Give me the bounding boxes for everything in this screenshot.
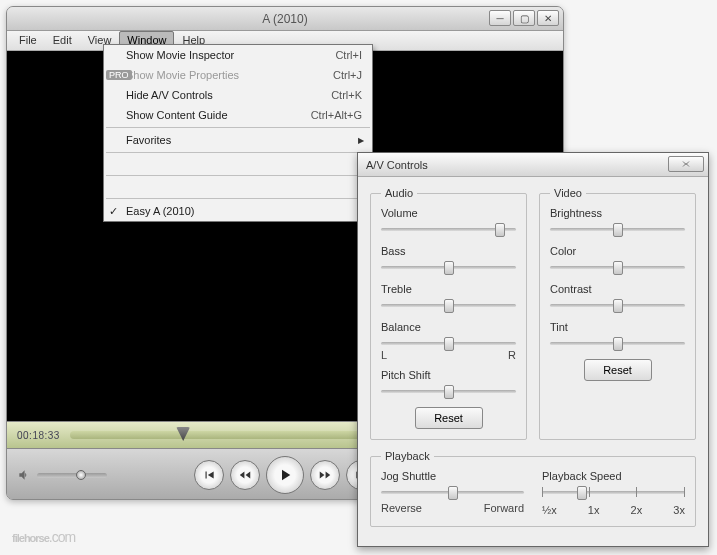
menu-hide-av-controls[interactable]: Hide A/V Controls Ctrl+K (104, 85, 372, 105)
speed-tick: 3x (673, 504, 685, 516)
menu-checked-movie[interactable]: Easy A (2010) (104, 201, 372, 221)
titlebar: A (2010) ─ ▢ ✕ (7, 7, 563, 31)
slider-label: Bass (381, 245, 516, 257)
timeline-thumb[interactable] (176, 427, 190, 441)
slider-label: Brightness (550, 207, 685, 219)
jog-forward-label: Forward (484, 502, 524, 514)
timecode: 00:18:33 (17, 430, 60, 441)
slider-knob[interactable] (613, 299, 623, 313)
slider-label: Tint (550, 321, 685, 333)
menu-item-label: Hide A/V Controls (126, 89, 213, 101)
slider-label: Volume (381, 207, 516, 219)
jog-label: Jog Shuttle (381, 470, 524, 482)
jog-knob[interactable] (448, 486, 458, 500)
volume-slider[interactable] (381, 221, 516, 237)
slider-knob[interactable] (613, 223, 623, 237)
jog-reverse-label: Reverse (381, 502, 422, 514)
slider-knob[interactable] (495, 223, 505, 237)
menu-item-shortcut: Ctrl+J (333, 69, 362, 81)
brightness-slider[interactable] (550, 221, 685, 237)
speed-label: Playback Speed (542, 470, 685, 482)
av-close-button[interactable] (668, 156, 704, 172)
slider-knob[interactable] (613, 337, 623, 351)
speed-tick: 2x (631, 504, 643, 516)
watermark-brand: filehorse (12, 532, 49, 544)
pitch-shift-slider[interactable] (381, 383, 516, 399)
volume-thumb[interactable] (76, 470, 86, 480)
fast-forward-button[interactable] (310, 460, 340, 490)
treble-slider[interactable] (381, 297, 516, 313)
bass-slider[interactable] (381, 259, 516, 275)
rewind-button[interactable] (230, 460, 260, 490)
volume-slider[interactable] (37, 473, 107, 478)
menu-show-movie-properties: PRO Show Movie Properties Ctrl+J (104, 65, 372, 85)
video-reset-button[interactable]: Reset (584, 359, 652, 381)
color-slider[interactable] (550, 259, 685, 275)
menu-show-movie-inspector[interactable]: Show Movie Inspector Ctrl+I (104, 45, 372, 65)
watermark-tld: .com (49, 529, 75, 545)
speed-tick: ½x (542, 504, 557, 516)
minimize-button[interactable]: ─ (489, 10, 511, 26)
menu-item-shortcut: Ctrl+K (331, 89, 362, 101)
window-title: A (2010) (262, 12, 307, 26)
menu-blank (104, 155, 372, 173)
pro-badge: PRO (106, 70, 132, 80)
slider-label: Treble (381, 283, 516, 295)
slider-label: Pitch Shift (381, 369, 516, 381)
maximize-button[interactable]: ▢ (513, 10, 535, 26)
audio-reset-button[interactable]: Reset (415, 407, 483, 429)
av-title-text: A/V Controls (366, 159, 428, 171)
watermark: filehorse.com (12, 518, 75, 549)
menu-item-label: Show Movie Properties (126, 69, 239, 81)
slider-knob[interactable] (613, 261, 623, 275)
speed-knob[interactable] (577, 486, 587, 500)
menu-blank (104, 178, 372, 196)
menu-item-shortcut: Ctrl+Alt+G (311, 109, 362, 121)
menu-edit[interactable]: Edit (45, 31, 80, 50)
contrast-slider[interactable] (550, 297, 685, 313)
audio-group: Audio VolumeBassTrebleBalanceLRPitch Shi… (370, 187, 527, 440)
skip-back-button[interactable] (194, 460, 224, 490)
slider-knob[interactable] (444, 337, 454, 351)
av-controls-window: A/V Controls Audio VolumeBassTrebleBalan… (357, 152, 709, 547)
slider-knob[interactable] (444, 385, 454, 399)
video-legend: Video (550, 187, 586, 199)
audio-legend: Audio (381, 187, 417, 199)
menu-show-content-guide[interactable]: Show Content Guide Ctrl+Alt+G (104, 105, 372, 125)
menu-item-label: Favorites (126, 134, 171, 146)
menu-file[interactable]: File (11, 31, 45, 50)
av-titlebar: A/V Controls (358, 153, 708, 177)
balance-slider[interactable] (381, 335, 516, 351)
slider-label: Contrast (550, 283, 685, 295)
slider-knob[interactable] (444, 299, 454, 313)
slider-label: Balance (381, 321, 516, 333)
menu-item-shortcut: Ctrl+I (335, 49, 362, 61)
video-group: Video BrightnessColorContrastTint Reset (539, 187, 696, 440)
transport-controls (194, 456, 376, 494)
playback-legend: Playback (381, 450, 434, 462)
menu-item-label: Easy A (2010) (126, 205, 195, 217)
volume-icon[interactable] (17, 468, 31, 482)
slider-label: Color (550, 245, 685, 257)
speed-tick: 1x (588, 504, 600, 516)
play-button[interactable] (266, 456, 304, 494)
playback-group: Playback Jog Shuttle Reverse Forward Pla… (370, 450, 696, 527)
tint-slider[interactable] (550, 335, 685, 351)
window-menu-dropdown: Show Movie Inspector Ctrl+I PRO Show Mov… (103, 44, 373, 222)
menu-item-label: Show Movie Inspector (126, 49, 234, 61)
speed-slider[interactable] (542, 484, 685, 500)
menu-item-label: Show Content Guide (126, 109, 228, 121)
slider-knob[interactable] (444, 261, 454, 275)
close-button[interactable]: ✕ (537, 10, 559, 26)
jog-slider[interactable] (381, 484, 524, 500)
menu-favorites[interactable]: Favorites (104, 130, 372, 150)
